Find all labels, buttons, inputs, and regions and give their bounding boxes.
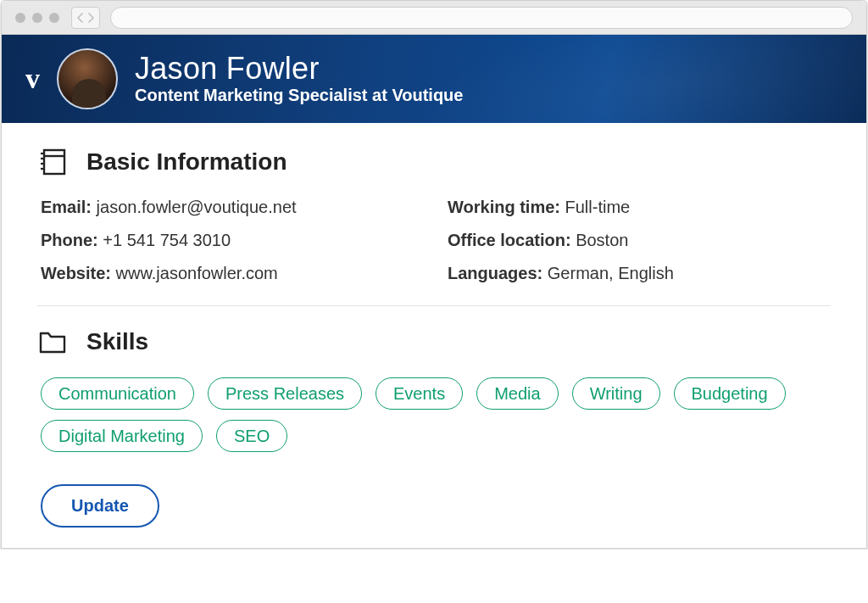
skill-pill[interactable]: Digital Marketing (41, 420, 203, 452)
content-area: Basic Information Email: jason.fowler@vo… (2, 123, 866, 548)
skill-pill[interactable]: Budgeting (674, 377, 786, 410)
skills-title: Skills (86, 328, 148, 355)
value: +1 541 754 3010 (103, 231, 231, 249)
name-block: Jason Fowler Content Marketing Specialis… (135, 53, 463, 106)
label: Website: (41, 264, 111, 282)
close-dot[interactable] (15, 13, 25, 23)
label: Languages: (448, 264, 542, 282)
notebook-icon (37, 147, 68, 177)
label: Office location: (448, 231, 571, 249)
minimize-dot[interactable] (32, 13, 42, 23)
field-website: Website: www.jasonfowler.com (41, 264, 424, 283)
basic-info-grid: Email: jason.fowler@voutique.net Working… (41, 198, 831, 283)
section-divider (37, 305, 831, 306)
maximize-dot[interactable] (49, 13, 59, 23)
url-bar[interactable] (110, 7, 853, 29)
skills-header: Skills (37, 327, 831, 357)
value: www.jasonfowler.com (116, 264, 278, 282)
folder-icon (37, 327, 68, 357)
field-email: Email: jason.fowler@voutique.net (41, 198, 424, 217)
app-logo: v (25, 63, 40, 95)
chevrons-icon (75, 12, 96, 24)
svg-rect-0 (44, 150, 64, 174)
value: jason.fowler@voutique.net (97, 198, 297, 216)
browser-frame: v Jason Fowler Content Marketing Special… (1, 0, 867, 549)
label: Email: (41, 198, 92, 216)
profile-subtitle: Content Marketing Specialist at Voutique (135, 86, 463, 105)
skills-list: Communication Press Releases Events Medi… (41, 377, 831, 452)
label: Working time: (448, 198, 560, 216)
nav-back-forward[interactable] (71, 7, 100, 29)
profile-header: v Jason Fowler Content Marketing Special… (2, 35, 866, 123)
value: German, English (548, 264, 674, 282)
field-working-time: Working time: Full-time (448, 198, 831, 217)
skill-pill[interactable]: Writing (572, 377, 660, 410)
window-controls (15, 13, 59, 23)
skill-pill[interactable]: Media (476, 377, 558, 410)
value: Full-time (565, 198, 631, 216)
avatar (57, 48, 118, 109)
field-phone: Phone: +1 541 754 3010 (41, 231, 424, 250)
basic-info-header: Basic Information (37, 147, 831, 177)
skill-pill[interactable]: Communication (41, 377, 194, 410)
skill-pill[interactable]: Events (376, 377, 463, 410)
update-button[interactable]: Update (41, 484, 159, 528)
basic-info-title: Basic Information (86, 148, 287, 176)
value: Boston (576, 231, 628, 249)
profile-name: Jason Fowler (135, 53, 463, 85)
skill-pill[interactable]: Press Releases (208, 377, 362, 410)
field-languages: Languages: German, English (448, 264, 831, 283)
label: Phone: (41, 231, 98, 249)
field-office-location: Office location: Boston (448, 231, 831, 250)
browser-title-bar (2, 1, 866, 35)
skill-pill[interactable]: SEO (216, 420, 287, 452)
